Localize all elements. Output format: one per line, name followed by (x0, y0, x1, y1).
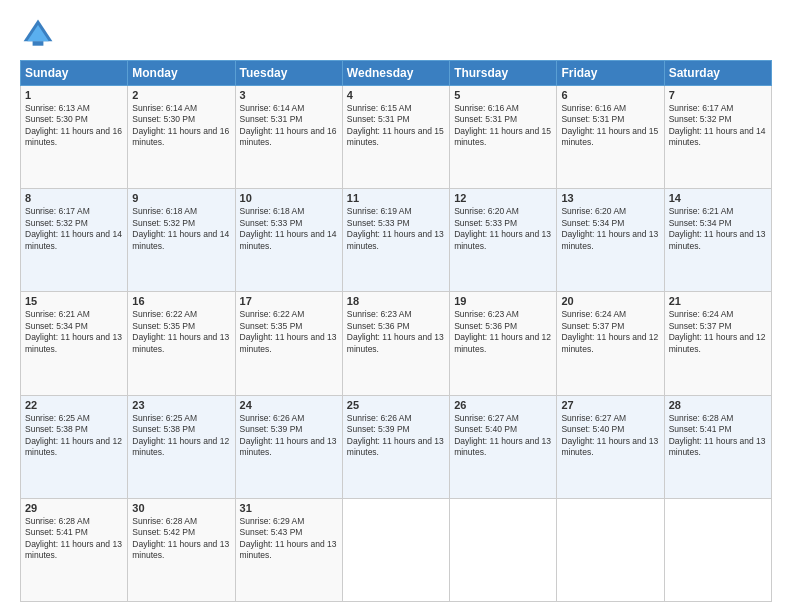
week-row-1: 1 Sunrise: 6:13 AM Sunset: 5:30 PM Dayli… (21, 86, 772, 189)
calendar-cell: 7 Sunrise: 6:17 AM Sunset: 5:32 PM Dayli… (664, 86, 771, 189)
day-number: 20 (561, 295, 659, 307)
day-number: 13 (561, 192, 659, 204)
logo-icon (20, 16, 56, 52)
day-number: 2 (132, 89, 230, 101)
day-info: Sunrise: 6:20 AM Sunset: 5:34 PM Dayligh… (561, 206, 659, 252)
calendar-cell: 29 Sunrise: 6:28 AM Sunset: 5:41 PM Dayl… (21, 498, 128, 601)
calendar-cell (450, 498, 557, 601)
calendar-cell: 31 Sunrise: 6:29 AM Sunset: 5:43 PM Dayl… (235, 498, 342, 601)
calendar-cell: 26 Sunrise: 6:27 AM Sunset: 5:40 PM Dayl… (450, 395, 557, 498)
day-info: Sunrise: 6:21 AM Sunset: 5:34 PM Dayligh… (25, 309, 123, 355)
day-number: 12 (454, 192, 552, 204)
svg-rect-2 (33, 41, 44, 46)
day-number: 15 (25, 295, 123, 307)
calendar-cell: 16 Sunrise: 6:22 AM Sunset: 5:35 PM Dayl… (128, 292, 235, 395)
day-info: Sunrise: 6:16 AM Sunset: 5:31 PM Dayligh… (561, 103, 659, 149)
day-info: Sunrise: 6:28 AM Sunset: 5:41 PM Dayligh… (669, 413, 767, 459)
day-info: Sunrise: 6:24 AM Sunset: 5:37 PM Dayligh… (669, 309, 767, 355)
col-header-tuesday: Tuesday (235, 61, 342, 86)
day-info: Sunrise: 6:26 AM Sunset: 5:39 PM Dayligh… (347, 413, 445, 459)
calendar-table: SundayMondayTuesdayWednesdayThursdayFrid… (20, 60, 772, 602)
calendar-cell: 23 Sunrise: 6:25 AM Sunset: 5:38 PM Dayl… (128, 395, 235, 498)
calendar-cell: 19 Sunrise: 6:23 AM Sunset: 5:36 PM Dayl… (450, 292, 557, 395)
day-number: 22 (25, 399, 123, 411)
day-info: Sunrise: 6:28 AM Sunset: 5:42 PM Dayligh… (132, 516, 230, 562)
col-header-saturday: Saturday (664, 61, 771, 86)
day-info: Sunrise: 6:18 AM Sunset: 5:32 PM Dayligh… (132, 206, 230, 252)
day-info: Sunrise: 6:23 AM Sunset: 5:36 PM Dayligh… (347, 309, 445, 355)
day-info: Sunrise: 6:27 AM Sunset: 5:40 PM Dayligh… (561, 413, 659, 459)
header (20, 16, 772, 52)
day-info: Sunrise: 6:22 AM Sunset: 5:35 PM Dayligh… (240, 309, 338, 355)
day-number: 29 (25, 502, 123, 514)
day-number: 8 (25, 192, 123, 204)
day-info: Sunrise: 6:28 AM Sunset: 5:41 PM Dayligh… (25, 516, 123, 562)
day-info: Sunrise: 6:21 AM Sunset: 5:34 PM Dayligh… (669, 206, 767, 252)
day-info: Sunrise: 6:24 AM Sunset: 5:37 PM Dayligh… (561, 309, 659, 355)
calendar-cell: 5 Sunrise: 6:16 AM Sunset: 5:31 PM Dayli… (450, 86, 557, 189)
calendar-cell: 30 Sunrise: 6:28 AM Sunset: 5:42 PM Dayl… (128, 498, 235, 601)
day-number: 16 (132, 295, 230, 307)
day-number: 18 (347, 295, 445, 307)
day-number: 27 (561, 399, 659, 411)
day-number: 7 (669, 89, 767, 101)
week-row-5: 29 Sunrise: 6:28 AM Sunset: 5:41 PM Dayl… (21, 498, 772, 601)
day-number: 5 (454, 89, 552, 101)
col-header-thursday: Thursday (450, 61, 557, 86)
day-number: 21 (669, 295, 767, 307)
day-number: 1 (25, 89, 123, 101)
calendar-cell: 2 Sunrise: 6:14 AM Sunset: 5:30 PM Dayli… (128, 86, 235, 189)
calendar-cell: 27 Sunrise: 6:27 AM Sunset: 5:40 PM Dayl… (557, 395, 664, 498)
calendar-cell: 25 Sunrise: 6:26 AM Sunset: 5:39 PM Dayl… (342, 395, 449, 498)
day-number: 23 (132, 399, 230, 411)
week-row-3: 15 Sunrise: 6:21 AM Sunset: 5:34 PM Dayl… (21, 292, 772, 395)
calendar-cell: 20 Sunrise: 6:24 AM Sunset: 5:37 PM Dayl… (557, 292, 664, 395)
day-info: Sunrise: 6:23 AM Sunset: 5:36 PM Dayligh… (454, 309, 552, 355)
day-number: 14 (669, 192, 767, 204)
day-number: 25 (347, 399, 445, 411)
calendar-cell: 4 Sunrise: 6:15 AM Sunset: 5:31 PM Dayli… (342, 86, 449, 189)
calendar-cell: 8 Sunrise: 6:17 AM Sunset: 5:32 PM Dayli… (21, 189, 128, 292)
calendar-cell: 15 Sunrise: 6:21 AM Sunset: 5:34 PM Dayl… (21, 292, 128, 395)
day-info: Sunrise: 6:25 AM Sunset: 5:38 PM Dayligh… (132, 413, 230, 459)
day-info: Sunrise: 6:19 AM Sunset: 5:33 PM Dayligh… (347, 206, 445, 252)
day-info: Sunrise: 6:29 AM Sunset: 5:43 PM Dayligh… (240, 516, 338, 562)
week-row-2: 8 Sunrise: 6:17 AM Sunset: 5:32 PM Dayli… (21, 189, 772, 292)
day-info: Sunrise: 6:22 AM Sunset: 5:35 PM Dayligh… (132, 309, 230, 355)
day-info: Sunrise: 6:17 AM Sunset: 5:32 PM Dayligh… (25, 206, 123, 252)
day-info: Sunrise: 6:15 AM Sunset: 5:31 PM Dayligh… (347, 103, 445, 149)
day-number: 10 (240, 192, 338, 204)
day-info: Sunrise: 6:20 AM Sunset: 5:33 PM Dayligh… (454, 206, 552, 252)
calendar-cell (342, 498, 449, 601)
day-number: 6 (561, 89, 659, 101)
calendar-cell: 11 Sunrise: 6:19 AM Sunset: 5:33 PM Dayl… (342, 189, 449, 292)
calendar-cell: 1 Sunrise: 6:13 AM Sunset: 5:30 PM Dayli… (21, 86, 128, 189)
day-info: Sunrise: 6:27 AM Sunset: 5:40 PM Dayligh… (454, 413, 552, 459)
col-header-sunday: Sunday (21, 61, 128, 86)
week-row-4: 22 Sunrise: 6:25 AM Sunset: 5:38 PM Dayl… (21, 395, 772, 498)
page: SundayMondayTuesdayWednesdayThursdayFrid… (0, 0, 792, 612)
day-info: Sunrise: 6:17 AM Sunset: 5:32 PM Dayligh… (669, 103, 767, 149)
day-number: 11 (347, 192, 445, 204)
calendar-cell: 12 Sunrise: 6:20 AM Sunset: 5:33 PM Dayl… (450, 189, 557, 292)
day-number: 17 (240, 295, 338, 307)
calendar-cell: 10 Sunrise: 6:18 AM Sunset: 5:33 PM Dayl… (235, 189, 342, 292)
day-number: 28 (669, 399, 767, 411)
header-row: SundayMondayTuesdayWednesdayThursdayFrid… (21, 61, 772, 86)
day-number: 26 (454, 399, 552, 411)
day-info: Sunrise: 6:16 AM Sunset: 5:31 PM Dayligh… (454, 103, 552, 149)
col-header-monday: Monday (128, 61, 235, 86)
day-info: Sunrise: 6:18 AM Sunset: 5:33 PM Dayligh… (240, 206, 338, 252)
day-number: 31 (240, 502, 338, 514)
calendar-cell: 24 Sunrise: 6:26 AM Sunset: 5:39 PM Dayl… (235, 395, 342, 498)
calendar-cell: 9 Sunrise: 6:18 AM Sunset: 5:32 PM Dayli… (128, 189, 235, 292)
day-info: Sunrise: 6:13 AM Sunset: 5:30 PM Dayligh… (25, 103, 123, 149)
calendar-cell: 14 Sunrise: 6:21 AM Sunset: 5:34 PM Dayl… (664, 189, 771, 292)
calendar-cell: 6 Sunrise: 6:16 AM Sunset: 5:31 PM Dayli… (557, 86, 664, 189)
calendar-cell (664, 498, 771, 601)
col-header-wednesday: Wednesday (342, 61, 449, 86)
calendar-cell: 3 Sunrise: 6:14 AM Sunset: 5:31 PM Dayli… (235, 86, 342, 189)
calendar-cell (557, 498, 664, 601)
calendar-cell: 28 Sunrise: 6:28 AM Sunset: 5:41 PM Dayl… (664, 395, 771, 498)
calendar-cell: 22 Sunrise: 6:25 AM Sunset: 5:38 PM Dayl… (21, 395, 128, 498)
